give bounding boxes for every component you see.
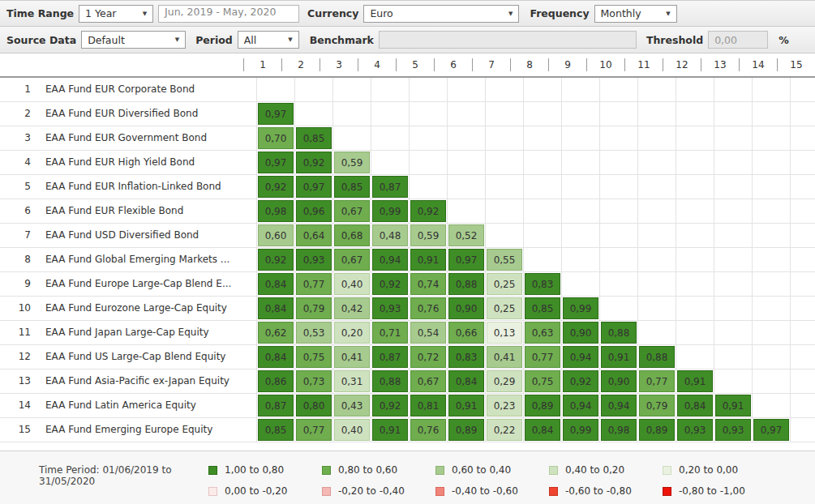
matrix-cell: [486, 151, 524, 174]
matrix-cell: [676, 272, 714, 296]
correlation-value: 0,99: [563, 297, 598, 319]
matrix-row: 12EAA Fund US Large-Cap Blend Equity0,84…: [0, 345, 815, 369]
chevron-down-icon: ▼: [143, 11, 147, 17]
time-range-select[interactable]: 1 Year ▼: [79, 5, 153, 23]
row-fund-name: EAA Fund EUR Flexible Bond: [45, 199, 256, 223]
row-fund-name: EAA Fund Global Emerging Markets ...: [45, 248, 256, 271]
correlation-value: 0,59: [410, 224, 446, 246]
correlation-value: 0,90: [601, 370, 637, 392]
matrix-cell: 0,66: [448, 321, 486, 344]
matrix-cell: 0,88: [371, 369, 410, 393]
correlation-value: 0,55: [487, 249, 522, 271]
matrix-cell: [410, 126, 448, 150]
column-header-4: 4: [358, 58, 396, 71]
frequency-select[interactable]: Monthly ▼: [594, 5, 677, 23]
column-header-11: 11: [624, 58, 663, 71]
matrix-cell: [714, 248, 753, 271]
matrix-cell: 0,64: [295, 224, 333, 247]
matrix-cell: 0,97: [753, 418, 791, 442]
correlation-value: 0,59: [334, 152, 370, 173]
matrix-cell: [524, 224, 562, 247]
time-range-value: 1 Year: [85, 7, 116, 19]
column-header-13: 13: [701, 58, 739, 71]
source-data-value: Default: [88, 34, 125, 46]
currency-label: Currency: [307, 7, 358, 19]
matrix-cell: [638, 297, 676, 320]
period-select[interactable]: All ▼: [238, 31, 299, 49]
row-fund-name: EAA Fund EUR Government Bond: [45, 126, 256, 150]
matrix-cell: [524, 199, 562, 223]
matrix-cell: 0,40: [333, 272, 371, 296]
matrix-cell: 0,97: [295, 175, 333, 199]
date-range-field[interactable]: Jun, 2019 - May, 2020: [158, 5, 299, 23]
correlation-value: 0,67: [334, 200, 370, 222]
matrix-cell: [753, 248, 791, 271]
correlation-value: 0,68: [334, 224, 370, 246]
correlation-value: 0,94: [601, 395, 637, 416]
threshold-label: Threshold: [646, 34, 703, 46]
correlation-value: 0,92: [372, 273, 408, 295]
threshold-input[interactable]: 0,00: [708, 31, 768, 49]
matrix-row: 13EAA Fund Asia-Pacific ex-Japan Equity0…: [0, 369, 815, 394]
matrix-cell: [676, 297, 714, 320]
matrix-cell: 0,75: [524, 369, 562, 393]
matrix-cell: [753, 78, 791, 101]
matrix-cell: [791, 102, 815, 126]
matrix-cell: [486, 175, 524, 199]
matrix-cell: 0,94: [371, 248, 410, 271]
matrix-cell: [600, 272, 638, 296]
matrix-cell: 0,87: [371, 345, 410, 369]
matrix-cell: [791, 175, 815, 199]
matrix-cell: [562, 224, 600, 247]
benchmark-label: Benchmark: [310, 34, 374, 46]
matrix-cell: 0,85: [257, 418, 295, 442]
matrix-cell: [753, 297, 791, 320]
matrix-cell: 0,20: [333, 321, 371, 344]
matrix-cell: 0,92: [295, 151, 333, 174]
row-fund-name: EAA Fund Japan Large-Cap Equity: [45, 321, 256, 344]
correlation-value: 0,84: [448, 370, 484, 392]
correlation-value: 0,84: [258, 346, 294, 368]
column-header-6: 6: [434, 58, 472, 71]
matrix-cell: [791, 418, 815, 442]
matrix-cell: [638, 175, 676, 199]
correlation-value: 0,77: [639, 370, 675, 392]
matrix-cell: 0,55: [486, 248, 524, 271]
matrix-cell: [638, 78, 676, 101]
correlation-value: 0,88: [639, 346, 675, 368]
correlation-value: 0,85: [525, 297, 560, 319]
currency-select[interactable]: Euro ▼: [363, 5, 519, 23]
correlation-value: 0,98: [258, 200, 294, 222]
row-number: 10: [11, 297, 31, 320]
correlation-value: 0,96: [296, 200, 332, 222]
correlation-value: 0,76: [410, 419, 446, 441]
toolbar-row-2: Source Data Default ▼ Period All ▼ Bench…: [0, 27, 815, 53]
matrix-column-headers: 123456789101112131415: [0, 53, 815, 78]
matrix-cell: 0,92: [371, 272, 410, 296]
matrix-cell: 0,84: [257, 345, 295, 369]
time-range-label: Time Range: [6, 7, 74, 19]
matrix-cell: 0,70: [257, 126, 295, 150]
legend: 1,00 to 0,800,80 to 0,600,60 to 0,400,40…: [208, 459, 776, 502]
correlation-value: 0,43: [334, 395, 370, 416]
row-fund-name: EAA Fund USD Diversified Bond: [45, 224, 256, 247]
matrix-cell: [714, 151, 753, 174]
correlation-value: 0,31: [334, 370, 370, 392]
row-number: 6: [11, 199, 31, 223]
correlation-value: 0,93: [372, 297, 408, 319]
matrix-cell: 0,91: [410, 248, 448, 271]
source-data-select[interactable]: Default ▼: [81, 31, 186, 49]
matrix-cell: [714, 199, 753, 223]
correlation-value: 0,97: [448, 249, 484, 271]
matrix-cell: 0,88: [638, 345, 676, 369]
matrix-cell: [371, 102, 410, 126]
matrix-cell: 0,96: [295, 199, 333, 223]
date-range-value: Jun, 2019 - May, 2020: [165, 6, 276, 18]
matrix-cell: [448, 175, 486, 199]
benchmark-input[interactable]: [379, 31, 637, 49]
correlation-value: 0,25: [487, 273, 522, 295]
matrix-cell: [600, 78, 638, 101]
matrix-cell: [676, 248, 714, 271]
correlation-value: 0,77: [296, 419, 332, 441]
correlation-value: 0,74: [410, 273, 446, 295]
